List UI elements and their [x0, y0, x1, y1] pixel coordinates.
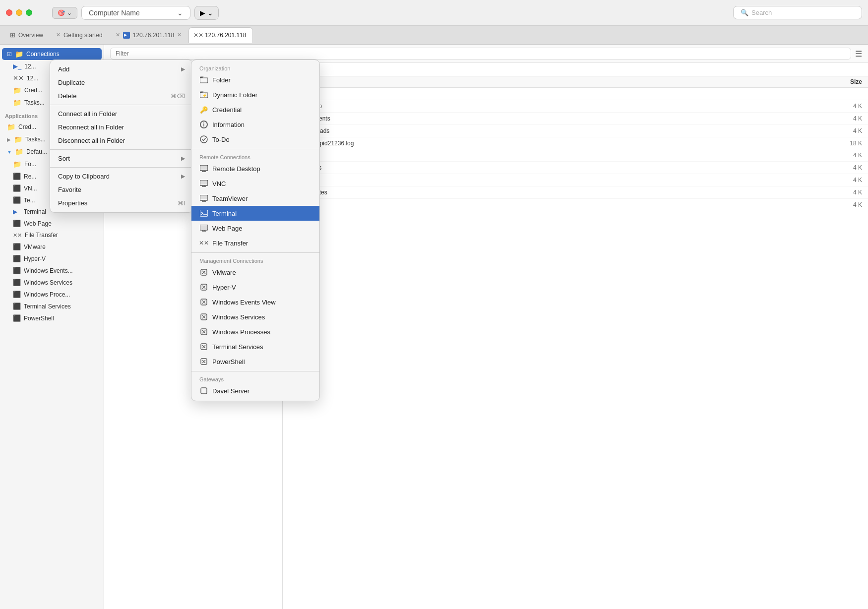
file-size: 4 K [822, 152, 862, 159]
teamviewer-icon [199, 194, 208, 203]
search-icon: 🔍 [741, 9, 748, 16]
powershell-icon [199, 357, 208, 366]
submenu-item-davel-server[interactable]: Davel Server [191, 383, 319, 398]
fullscreen-button[interactable] [26, 9, 32, 16]
file-row[interactable]: 📁 Documents 4 K [283, 113, 868, 125]
submenu-item-remote-desktop[interactable]: Remote Desktop [191, 161, 319, 176]
tab-terminal-2[interactable]: ✕✕ 120.76.201.118 [188, 27, 252, 43]
sidebar-item-connections[interactable]: ☑ 📁 Connections [2, 48, 102, 60]
file-row[interactable]: 📁 Pictures 4 K [283, 162, 868, 174]
context-menu: Add ▶ Duplicate Delete ⌘⌫ Connect all in… [50, 60, 193, 213]
submenu-item-windows-processes[interactable]: Windows Processes [191, 324, 319, 339]
submenu-item-information[interactable]: i Information [191, 117, 319, 132]
submenu-item-hyper-v[interactable]: Hyper-V [191, 280, 319, 295]
file-size: 4 K [822, 164, 862, 171]
separator-2 [50, 149, 193, 150]
submenu-item-windows-events-view[interactable]: Windows Events View [191, 295, 319, 309]
context-menu-item-duplicate[interactable]: Duplicate [50, 76, 193, 89]
sidebar-item-vmware[interactable]: ⬛ VMware [2, 241, 102, 252]
sidebar-item-powershell[interactable]: ⬛ PowerShell [2, 312, 102, 324]
close-icon[interactable]: ✕ [177, 32, 182, 38]
context-menu-item-copy-clipboard[interactable]: Copy to Clipboard ▶ [50, 170, 193, 183]
file-row[interactable]: 📁 .. [283, 88, 868, 100]
context-menu-item-add[interactable]: Add ▶ [50, 62, 193, 76]
context-menu-item-reconnect-all[interactable]: Reconnect all in Folder [50, 121, 193, 134]
sidebar-item-windows-services[interactable]: ⬛ Windows Services [2, 277, 102, 288]
submenu-item-windows-services[interactable]: Windows Services [191, 309, 319, 324]
folder-icon: 📁 [14, 135, 22, 143]
play-button[interactable]: ▶ ⌄ [194, 6, 219, 20]
computer-name-dropdown[interactable]: Computer Name ⌄ [81, 6, 190, 20]
tab-getting-started[interactable]: ✕ Getting started [50, 27, 109, 43]
tab-label: 120.76.201.118 [205, 32, 246, 39]
submenu-item-credential[interactable]: 🔑 Credential [191, 102, 319, 117]
check-circle-icon [199, 135, 208, 144]
powershell-label: PowerShell [212, 358, 245, 365]
tab-terminal-1[interactable]: ✕ ▶_ 120.76.201.118 ✕ [110, 27, 187, 43]
sidebar-item-label: Connections [26, 51, 60, 58]
file-row[interactable]: 📁 Templates 4 K [283, 186, 868, 199]
sidebar-item-terminal-services[interactable]: ⬛ Terminal Services [2, 301, 102, 312]
minimize-button[interactable] [16, 9, 22, 16]
list-view-button[interactable]: ☰ [855, 49, 862, 59]
submenu-item-web-page[interactable]: Web Page [191, 221, 319, 236]
submenu-item-file-transfer[interactable]: ✕✕ File Transfer [191, 236, 319, 250]
submenu-item-folder[interactable]: Folder [191, 72, 319, 87]
context-menu-item-connect-all[interactable]: Connect all in Folder [50, 107, 193, 121]
submenu-item-vnc[interactable]: VNC [191, 176, 319, 191]
context-menu-item-sort[interactable]: Sort ▶ [50, 152, 193, 165]
sidebar-item-label: 12... [27, 75, 38, 82]
submenu-item-terminal-services[interactable]: Terminal Services [191, 339, 319, 354]
file-transfer-icon: ✕✕ [199, 239, 208, 247]
filter-input[interactable] [110, 48, 851, 60]
submenu-arrow-icon: ▶ [181, 66, 185, 72]
davel-server-label: Davel Server [212, 387, 249, 395]
file-row[interactable]: 📁 Music 4 K [283, 149, 868, 162]
remote-desktop-icon [199, 164, 208, 173]
file-row[interactable]: 📁 Public 4 K [283, 174, 868, 186]
file-row[interactable]: 📁 Desktop 4 K [283, 100, 868, 113]
submenu-item-dynamic-folder[interactable]: ⚡ Dynamic Folder [191, 87, 319, 102]
delete-shortcut: ⌘⌫ [171, 93, 185, 100]
submenu-arrow-icon: ▶ [181, 173, 185, 180]
file-row[interactable]: 📁 Videos 4 K [283, 199, 868, 211]
context-menu-item-properties[interactable]: Properties ⌘I [50, 196, 193, 210]
submenu-item-teamviewer[interactable]: TeamViewer [191, 191, 319, 206]
submenu-item-powershell[interactable]: PowerShell [191, 354, 319, 369]
context-menu-item-favorite[interactable]: Favorite [50, 183, 193, 196]
cube-icon: ⬛ [13, 184, 21, 192]
close-icon[interactable]: ✕ [56, 32, 61, 38]
vnc-icon [199, 179, 208, 188]
sidebar-item-label: Hyper-V [24, 255, 46, 262]
navigation-back-button[interactable]: 🎯 ⌄ [52, 7, 77, 19]
submenu-item-terminal[interactable]: Terminal [191, 206, 319, 221]
sidebar-item-web-page[interactable]: ⬛ Web Page [2, 218, 102, 229]
nx-tab-icon: ✕✕ [195, 32, 202, 39]
folder-label: Folder [212, 76, 231, 84]
chevron-down-icon: ⌄ [207, 9, 213, 17]
close-button[interactable] [6, 9, 12, 16]
tab-overview[interactable]: ⊞ Overview [4, 27, 49, 43]
sidebar-item-windows-events[interactable]: ⬛ Windows Events... [2, 265, 102, 276]
sidebar-item-label: 12... [24, 63, 36, 70]
cube-icon: ⬛ [13, 243, 21, 250]
computer-name-label: Computer Name [89, 9, 140, 17]
todo-label: To-Do [212, 136, 230, 143]
windows-events-view-icon [199, 298, 208, 306]
search-bar[interactable]: 🔍 Search [733, 6, 862, 19]
sidebar-item-file-transfer[interactable]: ✕✕ File Transfer [2, 230, 102, 241]
file-row[interactable]: 📁 Downloads 4 K [283, 125, 868, 137]
context-menu-item-disconnect-all[interactable]: Disconnect all in Folder [50, 134, 193, 147]
file-size: 4 K [822, 127, 862, 134]
file-row[interactable]: 📄 hs_err_pid21236.log 18 K [283, 137, 868, 149]
context-menu-item-delete[interactable]: Delete ⌘⌫ [50, 89, 193, 103]
folder-icon: 📁 [15, 148, 23, 156]
sidebar-item-windows-processes[interactable]: ⬛ Windows Proce... [2, 289, 102, 300]
name-column-header: Name ↑ [289, 78, 822, 85]
chevron-icon: ▼ [7, 149, 12, 155]
sidebar-item-hyper-v[interactable]: ⬛ Hyper-V [2, 253, 102, 264]
close-icon[interactable]: ✕ [116, 32, 120, 38]
submenu-item-vmware[interactable]: VMware [191, 265, 319, 280]
submenu-item-todo[interactable]: To-Do [191, 132, 319, 147]
tab-label: 120.76.201.118 [133, 32, 174, 39]
